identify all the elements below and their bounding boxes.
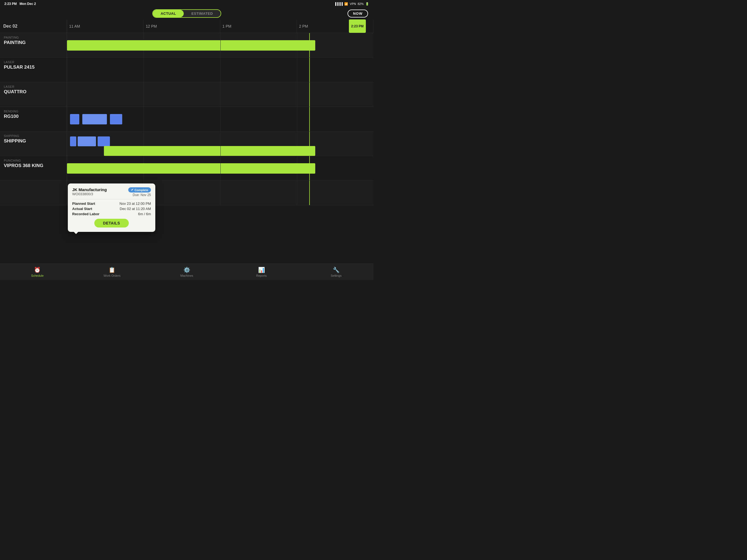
timeline-container: Dec 02 11 AM 12 PM 1 PM 2 PM 2:23 PM PAI…: [0, 19, 374, 262]
row-main-label: SHIPPING: [4, 138, 63, 144]
table-row: PUNCHING VIPROS 368 KING: [0, 156, 374, 181]
nav-item-schedule[interactable]: ⏰ Schedule: [0, 264, 75, 280]
row-label-shipping: SHIPPING SHIPPING: [0, 131, 67, 156]
row-sublabel: SHIPPING: [4, 134, 63, 137]
time-slot-3: 1 PM: [221, 19, 297, 33]
nav-item-machines[interactable]: ⚙️ Machines: [149, 264, 224, 280]
row-sublabel: LASER: [4, 85, 63, 88]
planned-start-value: Nov 23 at 12:00 PM: [120, 202, 151, 206]
battery-icon: 🔋: [365, 2, 369, 6]
estimated-toggle[interactable]: ESTIMATED: [184, 10, 221, 17]
row-sublabel: PUNCHING: [4, 159, 63, 162]
table-row: [0, 181, 374, 205]
row-main-label: PULSAR 2415: [4, 65, 63, 70]
battery-label: 82%: [358, 2, 364, 5]
row-main-label: VIPROS 368 KING: [4, 163, 63, 169]
recorded-labor-label: Recorded Labor: [72, 212, 100, 216]
table-row: LASER QUATTRO: [0, 82, 374, 107]
popup-title-section: JK Manufacturing WO033800/3: [72, 187, 107, 196]
time-slot-1: 11 AM: [67, 19, 144, 33]
status-time: 2:23 PM Mon Dec 2: [4, 2, 36, 6]
status-icons: ▐▐▐▐ 📶 VPN 82% 🔋: [334, 2, 369, 6]
timeline-header: Dec 02 11 AM 12 PM 1 PM 2 PM 2:23 PM: [0, 19, 374, 33]
row-content-shipping[interactable]: [67, 131, 374, 156]
details-button[interactable]: DETAILS: [94, 219, 129, 228]
popup-badge: ✔ Complete: [128, 187, 151, 193]
row-main-label: QUATTRO: [4, 89, 63, 95]
settings-icon: 🔧: [333, 266, 340, 273]
toggle-group[interactable]: ACTUAL ESTIMATED: [152, 9, 221, 18]
row-content-pulsar[interactable]: [67, 58, 374, 82]
table-row: BENDING RG100 JK Manufacturing WO033800/…: [0, 107, 374, 131]
header-bar: ACTUAL ESTIMATED NOW: [0, 8, 374, 19]
row-content-rg100[interactable]: [67, 107, 374, 131]
row-label-empty: [0, 181, 67, 205]
popup-divider: [72, 199, 151, 199]
reports-icon: 📊: [258, 266, 265, 273]
nav-label-reports: Reports: [256, 274, 267, 277]
shipping-green-bar[interactable]: [104, 146, 315, 156]
gantt-rows: PAINTING PAINTING LASER PULSAR 2415: [0, 33, 374, 262]
popup-company: JK Manufacturing: [72, 187, 107, 192]
vipros-bar[interactable]: [67, 163, 315, 174]
table-row: PAINTING PAINTING: [0, 33, 374, 58]
date-label: Dec 02: [0, 19, 67, 33]
nav-label-schedule: Schedule: [31, 274, 44, 277]
planned-start-label: Planned Start: [72, 202, 95, 206]
rg100-bar-3[interactable]: [110, 114, 122, 124]
row-label-quattro: LASER QUATTRO: [0, 82, 67, 107]
nav-label-settings: Settings: [331, 274, 342, 277]
popup-workorder: WO033800/3: [72, 192, 107, 196]
wifi-icon: 📶: [344, 2, 348, 6]
workorders-icon: 📋: [108, 266, 115, 273]
table-row: LASER PULSAR 2415: [0, 58, 374, 82]
nav-item-reports[interactable]: 📊 Reports: [224, 264, 299, 280]
popup-right: ✔ Complete Due: Nov 25: [128, 187, 151, 197]
row-main-label: RG100: [4, 114, 63, 119]
table-row: SHIPPING SHIPPING: [0, 131, 374, 156]
time-slots: 11 AM 12 PM 1 PM 2 PM 2:23 PM: [67, 19, 374, 33]
schedule-icon: ⏰: [34, 266, 41, 273]
time-slot-4: 2 PM 2:23 PM: [297, 19, 374, 33]
popup: JK Manufacturing WO033800/3 ✔ Complete D…: [68, 183, 155, 232]
row-label-painting: PAINTING PAINTING: [0, 33, 67, 57]
actual-start-label: Actual Start: [72, 207, 92, 211]
nav-item-settings[interactable]: 🔧 Settings: [299, 264, 374, 280]
row-label-vipros: PUNCHING VIPROS 368 KING: [0, 156, 67, 180]
row-sublabel: BENDING: [4, 110, 63, 113]
vpn-label: VPN: [350, 2, 356, 5]
signal-icon: ▐▐▐▐: [334, 2, 343, 5]
check-icon: ✔: [131, 188, 133, 192]
row-sublabel: LASER: [4, 60, 63, 64]
row-content-vipros[interactable]: [67, 156, 374, 180]
actual-toggle[interactable]: ACTUAL: [153, 10, 183, 17]
popup-due: Due: Nov 25: [128, 193, 151, 197]
machines-icon: ⚙️: [183, 266, 190, 273]
recorded-labor-value: 6m / 6m: [138, 212, 151, 216]
popup-header: JK Manufacturing WO033800/3 ✔ Complete D…: [72, 187, 151, 197]
nav-label-workorders: Work Orders: [104, 274, 121, 277]
row-main-label: PAINTING: [4, 40, 63, 45]
popup-row-labor: Recorded Labor 6m / 6m: [72, 212, 151, 216]
popup-row-actual: Actual Start Dec 02 at 11:20 AM: [72, 207, 151, 211]
row-content-quattro[interactable]: [67, 82, 374, 107]
actual-start-value: Dec 02 at 11:20 AM: [120, 207, 151, 211]
shipping-bar-1[interactable]: [70, 136, 76, 146]
time-slot-2: 12 PM: [144, 19, 220, 33]
painting-bar[interactable]: [67, 40, 315, 51]
popup-row-planned: Planned Start Nov 23 at 12:00 PM: [72, 202, 151, 206]
nav-label-machines: Machines: [180, 274, 193, 277]
bottom-nav: ⏰ Schedule 📋 Work Orders ⚙️ Machines 📊 R…: [0, 263, 374, 280]
row-label-pulsar: LASER PULSAR 2415: [0, 58, 67, 82]
now-button[interactable]: NOW: [347, 9, 368, 18]
now-time-marker: 2:23 PM: [349, 19, 366, 33]
row-sublabel: PAINTING: [4, 36, 63, 39]
row-label-rg100: BENDING RG100: [0, 107, 67, 131]
row-content-painting[interactable]: [67, 33, 374, 57]
shipping-bar-3[interactable]: [98, 136, 110, 146]
shipping-bar-2[interactable]: [78, 136, 96, 146]
rg100-bar-2[interactable]: [82, 114, 107, 124]
nav-item-workorders[interactable]: 📋 Work Orders: [75, 264, 149, 280]
rg100-bar-1[interactable]: [70, 114, 79, 124]
status-bar: 2:23 PM Mon Dec 2 ▐▐▐▐ 📶 VPN 82% 🔋: [0, 0, 374, 8]
